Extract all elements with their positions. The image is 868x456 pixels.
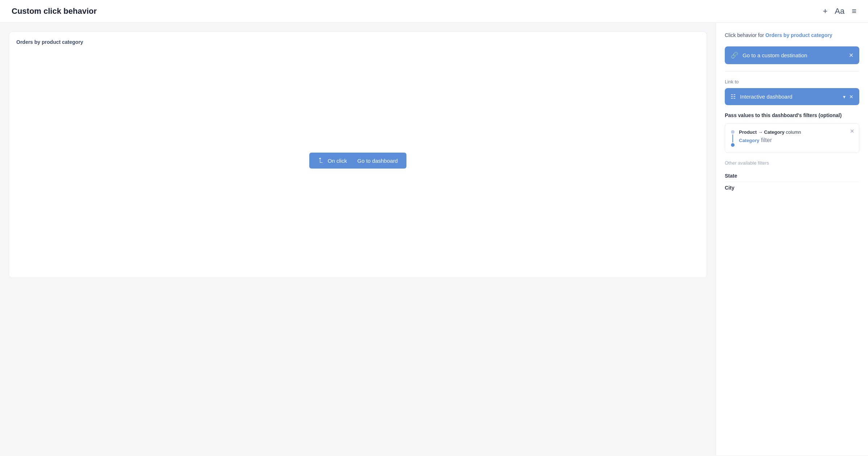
header-actions: + Aa ≡ xyxy=(823,7,856,16)
chevron-down-icon[interactable]: ▾ xyxy=(843,94,846,100)
dashboard-selector-right: ▾ ✕ xyxy=(843,94,853,100)
panel-header: Click behavior for Orders by product cat… xyxy=(725,32,859,39)
connector-line xyxy=(732,134,733,142)
filter-connector xyxy=(731,129,735,147)
connector-dot-top xyxy=(731,130,735,134)
chart-title: Orders by product category xyxy=(16,39,699,45)
filter-source-bold: Product → Category xyxy=(739,129,785,135)
click-cursor-icon: ⮤ xyxy=(318,157,324,164)
filter-card-close-icon[interactable]: ✕ xyxy=(850,128,855,134)
other-filters-title: Other available filters xyxy=(725,160,859,166)
destination-close-icon[interactable]: ✕ xyxy=(849,52,853,59)
panel-header-link[interactable]: Orders by product category xyxy=(765,32,832,38)
font-icon[interactable]: Aa xyxy=(835,7,844,16)
link-icon: 🔗 xyxy=(731,51,738,59)
filter-dest-suffix: filter xyxy=(759,137,772,143)
badge-go-label: Go to dashboard xyxy=(357,158,398,164)
go-to-custom-destination-button[interactable]: 🔗 Go to a custom destination ✕ xyxy=(725,46,859,64)
filter-mapping-card: ✕ Product → Category column Category fil… xyxy=(725,123,859,153)
dashboard-close-icon[interactable]: ✕ xyxy=(849,94,853,100)
chart-panel: Orders by product category ⮤ On click Go… xyxy=(0,23,716,455)
filter-dest-row: Category filter xyxy=(739,137,853,144)
filter-source-suffix: column xyxy=(785,129,801,135)
filter-option-city[interactable]: City xyxy=(725,182,859,194)
badge-on-click-label: On click xyxy=(328,158,347,164)
pass-values-title: Pass values to this dashboard's filters … xyxy=(725,112,859,118)
destination-btn-content: 🔗 Go to a custom destination xyxy=(731,51,807,59)
filter-icon[interactable]: ≡ xyxy=(852,7,856,16)
main-layout: Orders by product category ⮤ On click Go… xyxy=(0,23,868,455)
link-to-label: Link to xyxy=(725,79,859,84)
filter-option-state[interactable]: State xyxy=(725,170,859,182)
header: Custom click behavior + Aa ≡ xyxy=(0,0,868,23)
click-badge-button[interactable]: ⮤ On click Go to dashboard xyxy=(309,153,406,169)
add-icon[interactable]: + xyxy=(823,7,827,16)
filter-mapping: Product → Category column Category filte… xyxy=(731,129,853,147)
destination-btn-label: Go to a custom destination xyxy=(743,52,807,58)
filter-labels: Product → Category column Category filte… xyxy=(739,129,853,144)
divider-1 xyxy=(725,71,859,72)
panel-header-prefix: Click behavior for xyxy=(725,32,765,38)
chart-card: Orders by product category ⮤ On click Go… xyxy=(9,32,707,278)
filter-source: Product → Category column xyxy=(739,129,853,135)
right-panel: Click behavior for Orders by product cat… xyxy=(716,23,868,455)
filter-dest-name: Category xyxy=(739,138,759,143)
dashboard-grid-icon: ☷ xyxy=(731,93,736,100)
dashboard-selector-button[interactable]: ☷ Interactive dashboard ▾ ✕ xyxy=(725,88,859,105)
page-title: Custom click behavior xyxy=(12,7,97,16)
dashboard-name-label: Interactive dashboard xyxy=(740,94,792,100)
connector-dot-bottom xyxy=(731,143,735,147)
chart-content: ⮤ On click Go to dashboard xyxy=(16,51,699,270)
dashboard-selector-left: ☷ Interactive dashboard xyxy=(731,93,792,100)
